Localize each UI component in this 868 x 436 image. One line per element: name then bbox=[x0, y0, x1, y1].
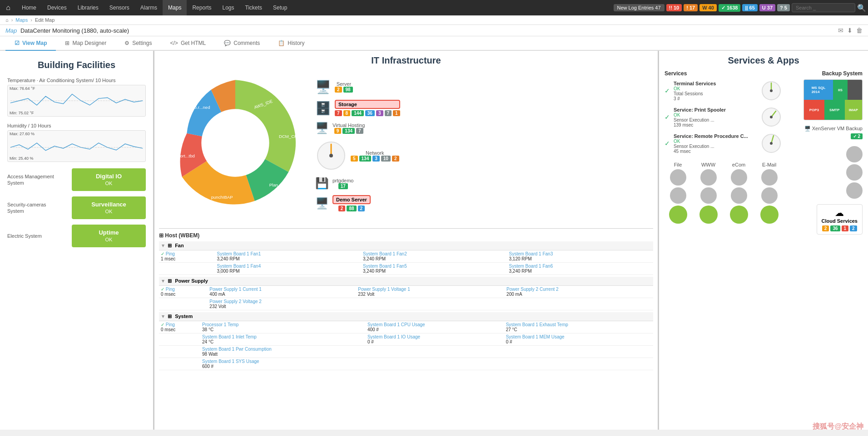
cloud-badges: 2 36 1 2 bbox=[822, 225, 858, 231]
extra-circle-1 bbox=[846, 146, 863, 162]
tab-settings[interactable]: ⚙ Settings bbox=[115, 36, 161, 51]
extra-circle-3 bbox=[846, 182, 863, 199]
it-demo-server: 🖥️ Demo Server 2 88 2 bbox=[315, 195, 650, 211]
host-wbem-section: ⊞ Host (WBEM) ▾ ⊞ Fan ✓ Ping1 msec Syste… bbox=[159, 228, 653, 370]
temp-chart-section: Temperature · Air Conditioning System/ 1… bbox=[7, 78, 146, 117]
svg-text:Fo.r...ned: Fo.r...ned bbox=[192, 105, 210, 110]
fan-group-header: ▾ ⊞ Fan bbox=[159, 241, 653, 250]
network-badges: 5 134 3 10 2 bbox=[351, 156, 399, 162]
prtgdemo-badges: 17 bbox=[332, 183, 353, 189]
it-network: Network 5 134 3 10 2 bbox=[315, 140, 650, 171]
services-col: Services ✓ Terminal Services OK Total Se… bbox=[665, 70, 783, 235]
badge-red-10[interactable]: !! 10 bbox=[666, 4, 682, 11]
power-supply-table: ✓ Ping0 msec Power Supply 1 Current 1400… bbox=[159, 286, 653, 310]
surveillance-button[interactable]: SurveillanceOK bbox=[72, 196, 146, 219]
donut-chart-area: AWS_IDE DCM_CHEF Plan...4 punchIBAP Port… bbox=[163, 70, 308, 216]
svg-point-10 bbox=[329, 154, 333, 157]
email-circle-1 bbox=[761, 169, 778, 186]
badge-green-1638[interactable]: ✓ 1638 bbox=[719, 4, 741, 12]
status-surveillance: Security-camerasSystem SurveillanceOK bbox=[7, 196, 146, 219]
page-title-bar: Map DataCenter Monitoring (1880, auto-sc… bbox=[0, 25, 868, 36]
tab-get-html[interactable]: </> Get HTML bbox=[161, 36, 215, 51]
status-digital-io: Access ManagementSystem Digital IOOK bbox=[7, 168, 146, 191]
uptime-button[interactable]: UptimeOK bbox=[72, 225, 146, 247]
title-actions: ✉ ⬇ 🗑 bbox=[838, 27, 863, 34]
home-icon[interactable]: ⌂ bbox=[5, 17, 9, 23]
download-icon[interactable]: ⬇ bbox=[847, 27, 853, 34]
fan-group: ▾ ⊞ Fan ✓ Ping1 msec System Board 1 Fan1… bbox=[159, 241, 653, 275]
file-circle-3 bbox=[669, 206, 687, 224]
svg-text:Plan...4: Plan...4 bbox=[269, 182, 284, 187]
nav-tickets[interactable]: Tickets bbox=[240, 0, 268, 15]
nav-logs[interactable]: Logs bbox=[217, 0, 239, 15]
nav-reports[interactable]: Reports bbox=[187, 0, 217, 15]
nav-libraries[interactable]: Libraries bbox=[72, 0, 104, 15]
cloud-section: ☁ Cloud Services 2 36 1 2 bbox=[790, 204, 863, 235]
service-terminal: ✓ Terminal Services OK Total Sessions 3 … bbox=[665, 79, 783, 102]
it-storage: 🗄️ Storage 7 8 144 36 3 7 1 bbox=[315, 100, 650, 116]
logo-icon[interactable]: ⌂ bbox=[2, 1, 15, 14]
backup-label: Backup System bbox=[790, 70, 863, 77]
terminal-gauge bbox=[760, 79, 783, 102]
nav-alarms[interactable]: Alarms bbox=[135, 0, 163, 15]
nav-sensors[interactable]: Sensors bbox=[104, 0, 135, 15]
badge-orange-17[interactable]: ! 17 bbox=[684, 4, 698, 11]
www-circle-2 bbox=[700, 187, 717, 204]
breadcrumb-maps[interactable]: Maps bbox=[15, 17, 28, 23]
nav-home[interactable]: Home bbox=[16, 0, 42, 15]
badge-gray-5[interactable]: ? 5 bbox=[777, 4, 790, 11]
search-icon[interactable]: 🔍 bbox=[857, 4, 866, 12]
history-icon: 📋 bbox=[278, 40, 285, 46]
demo-server-badges: 2 88 2 bbox=[332, 206, 371, 211]
nav-maps[interactable]: Maps bbox=[163, 0, 187, 15]
tab-comments[interactable]: 💬 Comments bbox=[215, 36, 269, 51]
service-check-icon: ✓ bbox=[665, 113, 670, 121]
table-row: System Board 1 Inlet Temp24 °C System Bo… bbox=[159, 333, 653, 346]
badge-blue-65[interactable]: || 65 bbox=[742, 4, 757, 11]
table-row: ✓ Ping0 msec Processor 1 Temp38 °C Syste… bbox=[159, 321, 653, 333]
ecom-circle-3 bbox=[730, 206, 748, 224]
www-circle-3 bbox=[699, 206, 718, 224]
badge-purple-37[interactable]: U 37 bbox=[759, 4, 775, 11]
xen-section: 🖥️ XenServer VM Backup ✓ 2 bbox=[790, 126, 863, 139]
ecom-circle-2 bbox=[731, 187, 747, 204]
table-row: System Board 1 Fan43,000 RPM System Boar… bbox=[159, 263, 653, 275]
tab-map-designer[interactable]: ⊞ Map Designer bbox=[56, 36, 115, 51]
xen-icon: 🖥️ bbox=[804, 126, 811, 131]
main-content: Building Facilities Temperature · Air Co… bbox=[0, 51, 868, 430]
log-entries-badge[interactable]: New Log Entries 47 bbox=[614, 4, 665, 11]
right-panel-title: Services & Apps bbox=[665, 55, 863, 66]
cloud-box: ☁ Cloud Services 2 36 1 2 bbox=[817, 204, 863, 235]
right-panel: Services & Apps Services ✓ Terminal Serv… bbox=[659, 51, 868, 430]
network-gauge-svg bbox=[315, 140, 347, 171]
system-table: ✓ Ping0 msec Processor 1 Temp38 °C Syste… bbox=[159, 321, 653, 370]
table-row: Power Supply 2 Voltage 2232 Volt bbox=[159, 298, 653, 310]
nav-devices[interactable]: Devices bbox=[42, 0, 72, 15]
humidity-chart: Max: 27.60 % Min: 25.40 % bbox=[7, 130, 146, 162]
system-group-header: ▾ ⊞ System bbox=[159, 312, 653, 321]
search-input[interactable] bbox=[792, 3, 855, 12]
tab-history[interactable]: 📋 History bbox=[269, 36, 313, 51]
email-icon[interactable]: ✉ bbox=[838, 27, 843, 34]
svg-text:punchIBAP: punchIBAP bbox=[211, 195, 233, 200]
email-circle-3 bbox=[760, 206, 779, 224]
svg-point-12 bbox=[770, 89, 773, 92]
backup-treemap: MS SQL2014 IIS POP3 SMTP IMAP bbox=[804, 79, 863, 120]
it-server: 🖥️ Server 2 98 bbox=[315, 79, 650, 94]
badge-yellow-40[interactable]: W 40 bbox=[699, 4, 717, 11]
xen-badge[interactable]: ✓ 2 bbox=[851, 133, 863, 139]
table-row: System Board 1 SYS Usage600 # bbox=[159, 358, 653, 370]
virtual-hosting-badges: 9 134 7 bbox=[332, 128, 365, 134]
it-prtgdemo: 💾 prtgdemo 17 bbox=[315, 177, 650, 190]
print-spooler-gauge bbox=[760, 106, 783, 128]
view-map-icon: ☑ bbox=[15, 40, 20, 46]
tab-view-map[interactable]: ☑ View Map bbox=[5, 36, 56, 51]
nav-setup[interactable]: Setup bbox=[268, 0, 293, 15]
digital-io-button[interactable]: Digital IOOK bbox=[72, 168, 146, 191]
table-row: ✓ Ping1 msec System Board 1 Fan13,240 RP… bbox=[159, 250, 653, 263]
prtgdemo-icon: 💾 bbox=[315, 177, 329, 190]
server-badge-warn[interactable]: 2 bbox=[335, 87, 342, 93]
server-badge-ok[interactable]: 98 bbox=[343, 87, 353, 93]
delete-icon[interactable]: 🗑 bbox=[856, 27, 863, 34]
svg-text:Port...tbd: Port...tbd bbox=[177, 153, 195, 158]
